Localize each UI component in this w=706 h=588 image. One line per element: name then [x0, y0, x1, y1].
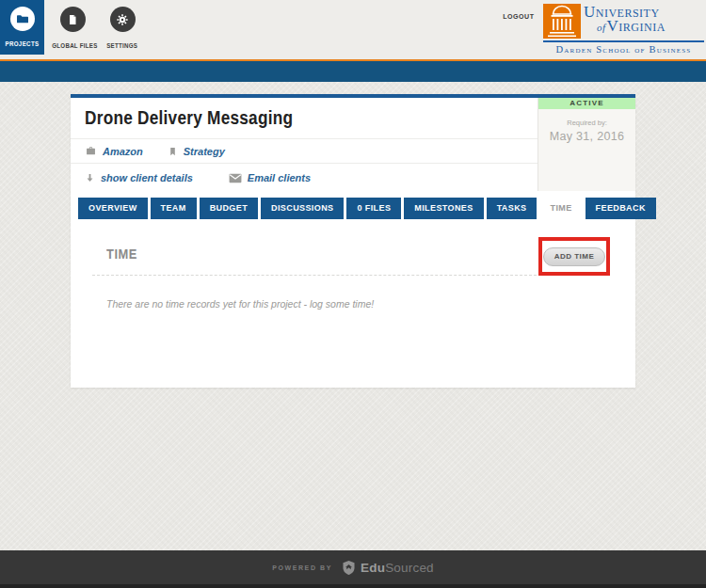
- folder-icon: [10, 7, 35, 31]
- email-clients-link[interactable]: Email clients: [248, 172, 311, 183]
- time-section-header: TIME: [92, 246, 537, 276]
- project-tabs: OVERVIEW TEAM BUDGET DISCUSSIONS 0 FILES…: [71, 198, 635, 219]
- blue-nav-strip: [0, 61, 706, 82]
- required-by-label: Required by:: [538, 119, 635, 127]
- uva-darden-logo: University ofVirginia Darden School of B…: [543, 4, 704, 55]
- brand-sourced: Sourced: [385, 561, 434, 575]
- tab-feedback[interactable]: FEEDBACK: [586, 198, 656, 219]
- add-time-button[interactable]: ADD TIME: [543, 247, 606, 266]
- annotation-highlight-box: ADD TIME: [538, 237, 610, 276]
- footer: POWERED BY EduSourced: [0, 550, 706, 588]
- bookmark-icon: [168, 146, 178, 157]
- logout-button[interactable]: LOGOUT: [503, 12, 534, 21]
- nav-global-files-label: GLOBAL FILES: [52, 42, 97, 49]
- uva-wordmark: University ofVirginia: [581, 4, 704, 34]
- tab-milestones[interactable]: MILESTONES: [404, 198, 483, 219]
- tab-budget[interactable]: BUDGET: [200, 198, 258, 219]
- arrow-down-icon: [85, 172, 95, 183]
- project-card: Drone Delivery Messaging Amazon Strategy: [71, 94, 635, 388]
- gear-icon: [110, 7, 136, 32]
- project-status-panel: ACTIVE Required by: May 31, 2016: [538, 98, 635, 191]
- page-title: Drone Delivery Messaging: [85, 107, 293, 129]
- project-header: Drone Delivery Messaging Amazon Strategy: [71, 98, 635, 191]
- tab-time[interactable]: TIME: [539, 198, 582, 219]
- envelope-icon: [229, 173, 242, 183]
- required-by-date: May 31, 2016: [538, 130, 635, 143]
- empty-state-message: There are no time records yet for this p…: [106, 298, 610, 310]
- edusourced-wordmark: EduSourced: [361, 561, 434, 575]
- nav-projects-label: PROJECTS: [5, 40, 39, 47]
- client-link-group[interactable]: Amazon: [85, 145, 143, 157]
- rotunda-icon: [543, 4, 581, 39]
- email-clients-group[interactable]: Email clients: [229, 172, 311, 183]
- top-bar: PROJECTS GLOBAL FILES SETTINGS LOGOUT: [0, 0, 706, 61]
- uva-line2: ofVirginia: [584, 18, 704, 34]
- show-client-details-link[interactable]: show client details: [101, 172, 193, 183]
- uva-of: of: [597, 22, 606, 33]
- tag-link-group[interactable]: Strategy: [168, 146, 225, 157]
- tab-overview[interactable]: OVERVIEW: [78, 198, 148, 219]
- tab-tasks[interactable]: TASKS: [487, 198, 538, 219]
- powered-by-label: POWERED BY: [272, 564, 332, 571]
- status-badge: ACTIVE: [538, 98, 635, 109]
- darden-school-label: Darden School of Business: [543, 44, 704, 55]
- show-client-details-group[interactable]: show client details: [85, 172, 193, 183]
- time-section-title: TIME: [106, 246, 137, 262]
- client-link[interactable]: Amazon: [103, 146, 143, 157]
- page: { "header": { "nav_projects": "PROJECTS"…: [0, 0, 706, 588]
- nav-item-global-files[interactable]: GLOBAL FILES: [49, 7, 96, 52]
- file-icon: [60, 7, 86, 32]
- tab-team[interactable]: TEAM: [151, 198, 197, 219]
- tab-discussions[interactable]: DISCUSSIONS: [261, 198, 344, 219]
- edusourced-brand: EduSourced: [341, 560, 434, 576]
- nav-settings-label: SETTINGS: [107, 42, 138, 49]
- edusourced-shield-icon: [341, 560, 357, 576]
- uva-divider: [543, 40, 704, 42]
- uva-virginia: Virginia: [607, 17, 666, 35]
- nav-item-settings[interactable]: SETTINGS: [99, 7, 146, 52]
- briefcase-icon: [85, 145, 97, 157]
- tag-link[interactable]: Strategy: [184, 146, 225, 157]
- brand-edu: Edu: [361, 561, 385, 575]
- nav-item-projects[interactable]: PROJECTS: [0, 0, 44, 55]
- tab-files[interactable]: 0 FILES: [346, 198, 401, 219]
